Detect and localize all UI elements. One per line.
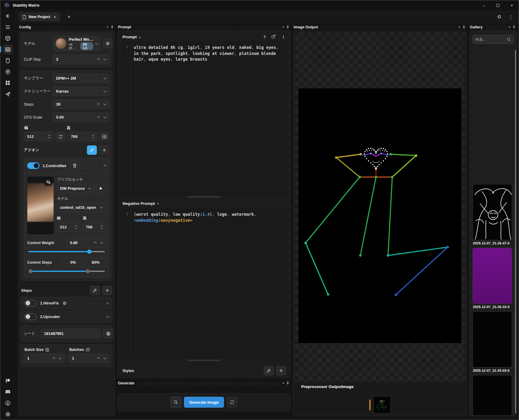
pose-output-image[interactable] xyxy=(298,88,461,343)
control-weight-slider[interactable] xyxy=(28,249,105,254)
decrement-icon[interactable] xyxy=(103,115,107,118)
range-thumb-min[interactable] xyxy=(28,269,33,273)
gallery-thumbnail-purple[interactable] xyxy=(473,248,512,304)
swap-dimensions-button[interactable] xyxy=(56,132,65,141)
negative-prompt-title[interactable]: Negative Prompt xyxy=(123,201,155,206)
control-steps-range-slider[interactable] xyxy=(28,269,105,274)
hiresfix-row[interactable]: 1.HiresFix xyxy=(21,297,113,309)
repeat-generate-button[interactable] xyxy=(227,397,237,407)
gallery-item[interactable]: 2025-12-07_21-26-33-0 xyxy=(473,248,512,309)
prompt-editor[interactable]: 1 ultra detailed 8k cg, 1girl, 19 years … xyxy=(121,42,287,194)
resize-handle[interactable] xyxy=(187,196,221,198)
range-thumb-max[interactable] xyxy=(86,269,90,273)
sidebar-item-checkpoints[interactable] xyxy=(0,77,15,88)
sidebar-item-share[interactable] xyxy=(0,88,15,100)
gallery-search[interactable] xyxy=(473,35,514,44)
panel-collapse-icon[interactable]: ▾ xyxy=(459,25,460,29)
gallery-scrollbar[interactable] xyxy=(515,50,516,413)
panel-collapse-icon[interactable]: ▾ xyxy=(282,381,284,385)
model-select[interactable]: Perfect Wo… v6 (B…SD 1.5 xyxy=(53,36,100,51)
new-tab-button[interactable]: + xyxy=(65,14,73,20)
sidebar-item-downloads[interactable] xyxy=(0,397,15,409)
panel-collapse-icon[interactable]: ▾ xyxy=(107,25,108,29)
expand-icon[interactable] xyxy=(106,301,109,304)
pin-icon[interactable] xyxy=(462,25,466,29)
output-thumbnail[interactable] xyxy=(373,396,391,414)
connect-plug-icon[interactable] xyxy=(496,13,502,21)
add-addon-button[interactable] xyxy=(99,145,109,155)
controlnet-width-input[interactable]: 512 xyxy=(57,222,80,232)
increment-icon[interactable] xyxy=(97,116,100,119)
width-input[interactable]: 512 xyxy=(24,132,53,141)
preview-button[interactable] xyxy=(171,397,181,407)
sidebar-item-discord[interactable] xyxy=(0,386,15,397)
sidebar-item-patreon[interactable] xyxy=(0,375,15,386)
resize-handle[interactable] xyxy=(187,360,221,361)
dimension-presets-button[interactable] xyxy=(99,132,109,141)
menu-button[interactable] xyxy=(0,21,15,33)
control-steps-min[interactable]: 0% xyxy=(63,258,84,267)
scheduler-select[interactable]: Karras xyxy=(53,87,109,96)
pin-icon[interactable] xyxy=(286,25,289,29)
increment-icon[interactable] xyxy=(97,103,100,106)
collapse-icon[interactable] xyxy=(103,164,107,167)
controlnet-height-input[interactable]: 768 xyxy=(83,222,106,232)
tab-new-project[interactable]: New Project ✕ xyxy=(19,12,60,21)
clip-skip-stepper[interactable]: 2 xyxy=(53,55,109,64)
prompt-section-title[interactable]: Prompt xyxy=(123,35,137,39)
close-button[interactable]: × xyxy=(505,0,519,10)
upscaler-row[interactable]: 2.Upscaler xyxy=(21,310,113,323)
preprocessor-select[interactable]: DW Preproce xyxy=(57,184,94,193)
sidebar-item-packages[interactable] xyxy=(0,33,15,44)
gallery-thumbnail-black[interactable] xyxy=(473,311,512,368)
maximize-button[interactable] xyxy=(491,0,505,10)
help-icon[interactable]: ? xyxy=(263,35,266,39)
pin-icon[interactable] xyxy=(110,25,114,29)
panel-collapse-icon[interactable]: ▾ xyxy=(509,25,510,29)
gallery-search-input[interactable] xyxy=(475,37,505,42)
more-options-icon[interactable]: ⋮ xyxy=(508,14,513,20)
seed-input[interactable] xyxy=(41,329,100,338)
add-style-button[interactable] xyxy=(276,366,286,375)
gallery-item[interactable] xyxy=(473,375,512,415)
controlnet-model-select[interactable]: control_sd15_open xyxy=(57,203,106,212)
minimize-button[interactable]: – xyxy=(477,0,491,10)
gallery-item[interactable]: 2025-12-07_21-25-03-0 xyxy=(473,311,512,372)
controlnet-toggle[interactable] xyxy=(27,162,40,169)
hiresfix-toggle[interactable] xyxy=(24,300,37,307)
upscaler-toggle[interactable] xyxy=(24,313,37,320)
gallery-thumbnail-black[interactable] xyxy=(473,375,512,415)
back-button[interactable] xyxy=(0,10,15,21)
pin-icon[interactable] xyxy=(286,381,289,385)
model-settings-button[interactable] xyxy=(103,39,113,48)
controlnet-input-image[interactable] xyxy=(27,177,54,234)
slider-thumb[interactable] xyxy=(87,250,91,254)
control-steps-max[interactable]: 80% xyxy=(85,258,106,267)
sampler-select[interactable]: DPM++ 2M xyxy=(53,74,109,83)
gallery-item[interactable]: 2025-12-07_21-26-47-0 xyxy=(473,184,512,245)
height-input[interactable]: 768 xyxy=(68,132,97,141)
expand-icon[interactable] xyxy=(106,315,109,318)
steps-stepper[interactable]: 30 xyxy=(53,100,109,109)
batches-stepper[interactable]: 1 xyxy=(69,354,110,363)
randomize-seed-button[interactable] xyxy=(103,329,113,338)
batch-size-stepper[interactable]: 1 xyxy=(24,354,65,363)
control-weight-stepper[interactable]: 0.80 xyxy=(67,238,106,247)
gallery-thumbnail-lineart[interactable] xyxy=(473,184,512,240)
edit-addons-button[interactable] xyxy=(87,145,97,155)
tab-close-icon[interactable]: ✕ xyxy=(53,15,57,19)
cfg-scale-stepper[interactable]: 5.00 xyxy=(53,113,109,122)
pin-icon[interactable] xyxy=(512,25,516,29)
run-preprocessor-button[interactable] xyxy=(96,184,106,193)
edit-styles-button[interactable] xyxy=(264,366,274,375)
decrement-icon[interactable] xyxy=(103,102,107,105)
delete-controlnet-button[interactable] xyxy=(69,161,80,171)
decrement-icon[interactable] xyxy=(103,57,107,60)
sidebar-item-notes[interactable] xyxy=(0,55,15,66)
negative-prompt-editor[interactable]: 1 (worst quality, low quality:1.4), logo… xyxy=(121,209,287,358)
gear-icon[interactable] xyxy=(62,301,67,306)
add-step-button[interactable] xyxy=(102,286,112,295)
generate-image-button[interactable]: Generate Image xyxy=(184,397,224,408)
sidebar-item-settings[interactable] xyxy=(0,409,15,420)
export-prompt-icon[interactable] xyxy=(271,34,276,40)
